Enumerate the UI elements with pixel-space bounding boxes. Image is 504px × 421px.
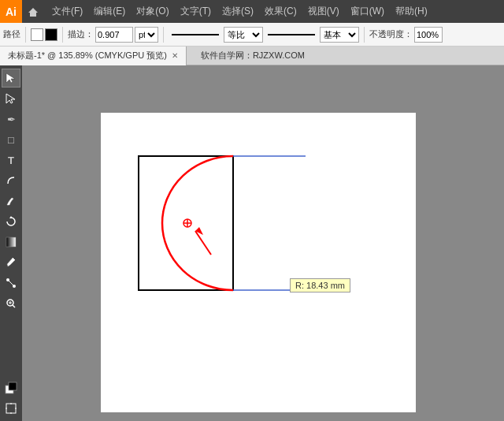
canvas-area[interactable]: R: 18.43 mm — [22, 65, 504, 421]
color-group — [31, 28, 57, 41]
svg-rect-4 — [6, 237, 16, 247]
eyedropper-tool[interactable] — [2, 253, 20, 272]
line-style-preview — [172, 34, 219, 35]
canvas-drawing — [22, 65, 504, 421]
path-label: 路径 — [3, 28, 20, 40]
artboard-tool[interactable] — [2, 399, 20, 418]
toolbar-divider-2 — [62, 27, 63, 43]
tooltip-text: R: 18.43 mm — [295, 281, 345, 290]
toolbar-divider-3 — [163, 27, 164, 43]
line-style-preview2 — [268, 34, 315, 35]
ratio-select[interactable]: 等比 — [224, 27, 263, 43]
zoom-tool[interactable] — [2, 294, 20, 313]
svg-rect-14 — [6, 404, 16, 413]
stroke-unit-select[interactable]: pt — [135, 27, 158, 43]
basic-select[interactable]: 基本 — [320, 27, 359, 43]
menu-item-c[interactable]: 效果(C) — [260, 2, 302, 21]
svg-marker-0 — [28, 8, 38, 17]
svg-marker-1 — [6, 73, 15, 83]
tab-url: 软件自学网：RJZXW.COM — [193, 50, 313, 61]
menu-item-s[interactable]: 选择(S) — [217, 2, 258, 21]
gradient-tool[interactable] — [2, 233, 20, 251]
menu-item-f[interactable]: 文件(F) — [47, 2, 87, 21]
opacity-group: 不透明度： — [369, 27, 443, 43]
path-group: 路径 — [3, 28, 20, 40]
menu-item-v[interactable]: 视图(V) — [303, 2, 344, 21]
ai-logo: Ai — [0, 0, 22, 23]
menu-item-w[interactable]: 窗口(W) — [346, 2, 389, 21]
fill-swatch[interactable] — [31, 28, 43, 41]
menu-item-h[interactable]: 帮助(H) — [391, 2, 432, 21]
paintbrush-tool[interactable] — [2, 192, 20, 210]
rectangle-tool[interactable]: □ — [2, 130, 20, 149]
svg-line-25 — [195, 231, 211, 255]
tab-bar: 未标题-1* @ 135.89% (CMYK/GPU 预览) ✕ 软件自学网：R… — [0, 47, 504, 65]
menu-item-o[interactable]: 对象(O) — [132, 2, 173, 21]
home-button[interactable] — [22, 0, 44, 23]
line-style-group: 等比 基本 — [169, 27, 359, 43]
selection-tool[interactable] — [2, 69, 20, 88]
stroke-label: 描边： — [68, 28, 94, 40]
pen-tool[interactable]: ✒ — [2, 110, 20, 129]
color-box[interactable] — [2, 378, 20, 397]
type-tool[interactable]: T — [2, 151, 20, 170]
opacity-label: 不透明度： — [369, 28, 413, 40]
tab-document[interactable]: 未标题-1* @ 135.89% (CMYK/GPU 预览) ✕ — [0, 47, 187, 65]
svg-line-9 — [13, 305, 15, 307]
toolbar-divider-1 — [25, 27, 26, 43]
tab-document-close[interactable]: ✕ — [172, 51, 178, 60]
menu-items: 文件(F)编辑(E)对象(O)文字(T)选择(S)效果(C)视图(V)窗口(W)… — [44, 2, 432, 21]
stroke-swatch[interactable] — [45, 28, 57, 41]
radius-tooltip: R: 18.43 mm — [290, 278, 350, 292]
stroke-input[interactable] — [95, 27, 133, 43]
left-toolbar: ✒ □ T — [0, 65, 22, 421]
svg-rect-13 — [9, 382, 17, 390]
blend-tool[interactable] — [2, 274, 20, 292]
menu-item-e[interactable]: 编辑(E) — [89, 2, 130, 21]
menu-bar: Ai 文件(F)编辑(E)对象(O)文字(T)选择(S)效果(C)视图(V)窗口… — [0, 0, 504, 23]
arc-tool[interactable] — [2, 171, 20, 190]
tab-document-label: 未标题-1* @ 135.89% (CMYK/GPU 预览) — [8, 50, 167, 61]
menu-item-t[interactable]: 文字(T) — [176, 2, 216, 21]
toolbar: 路径 描边： pt 等比 基本 不透明度： — [0, 23, 504, 47]
svg-marker-2 — [6, 94, 15, 103]
main-area: ✒ □ T — [0, 65, 504, 421]
rotate-tool[interactable] — [2, 212, 20, 231]
direct-selection-tool[interactable] — [2, 89, 20, 108]
stroke-group: 描边： pt — [68, 27, 158, 43]
opacity-input[interactable] — [414, 27, 443, 43]
toolbar-divider-4 — [364, 27, 365, 43]
